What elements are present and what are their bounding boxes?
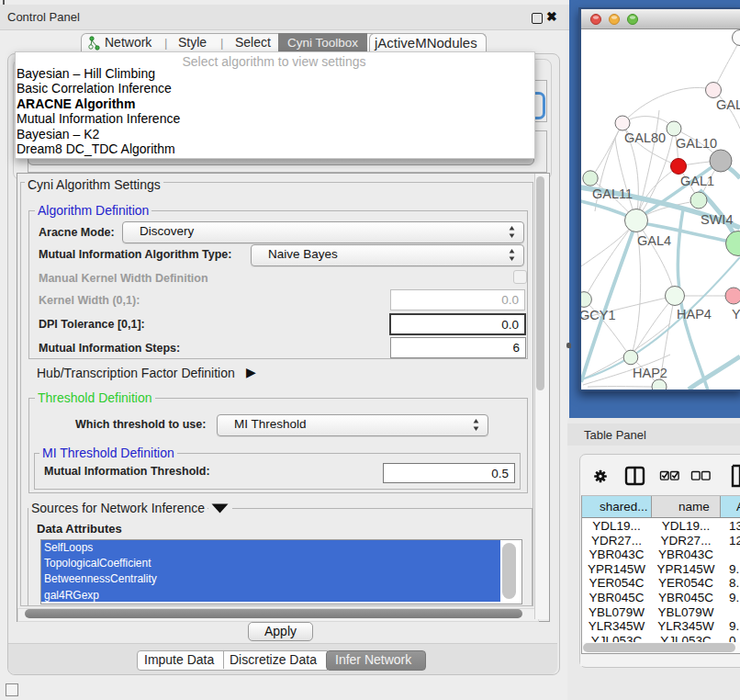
svg-text:SWI4: SWI4 — [701, 212, 733, 227]
svg-text:GAL11: GAL11 — [592, 186, 633, 201]
svg-text:Y: Y — [732, 307, 740, 322]
svg-text:GAL7: GAL7 — [716, 97, 740, 112]
svg-text:GAL80: GAL80 — [624, 130, 666, 145]
svg-text:GAL1: GAL1 — [680, 174, 714, 188]
svg-text:GCY1: GCY1 — [581, 308, 616, 322]
svg-text:HAP2: HAP2 — [633, 366, 667, 380]
svg-text:GAL4: GAL4 — [637, 233, 671, 248]
svg-text:HAP4: HAP4 — [677, 307, 712, 322]
svg-text:GAL10: GAL10 — [676, 136, 717, 151]
